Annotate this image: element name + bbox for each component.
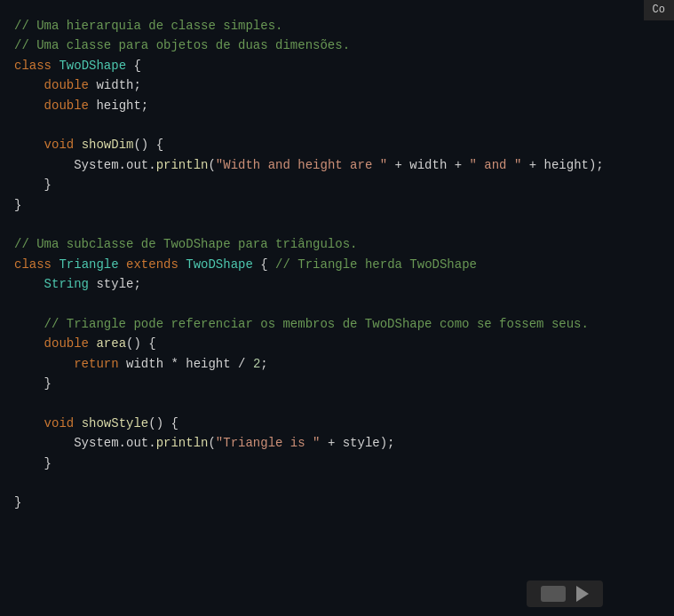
code-line <box>14 393 660 413</box>
bottom-toolbar[interactable] <box>527 580 603 607</box>
toolbar-icon-play[interactable] <box>576 586 589 602</box>
code-block: // Uma hierarquia de classe simples.// U… <box>14 9 660 513</box>
code-line <box>14 294 660 313</box>
code-line: System.out.println("Triangle is " + styl… <box>14 433 660 453</box>
code-line: void showDim() { <box>14 135 660 154</box>
code-line: } <box>14 454 660 473</box>
code-line: } <box>14 493 660 512</box>
code-line: } <box>14 175 660 194</box>
code-line: double area() { <box>14 334 660 353</box>
code-line: class TwoDShape { <box>14 56 660 75</box>
code-line <box>14 473 660 493</box>
code-line: double width; <box>14 75 660 95</box>
code-line: double height; <box>14 96 660 115</box>
code-line: String style; <box>14 274 660 294</box>
code-line: // Uma subclasse de TwoDShape para triân… <box>14 234 660 254</box>
window-controls: Co <box>644 0 674 20</box>
code-line: // Uma classe para objetos de duas dimen… <box>14 36 660 55</box>
code-line: void showStyle() { <box>14 414 660 433</box>
code-line: System.out.println("Width and height are… <box>14 155 660 175</box>
code-line: } <box>14 374 660 393</box>
code-line: // Uma hierarquia de classe simples. <box>14 16 660 36</box>
code-editor: Co // Uma hierarquia de classe simples./… <box>0 0 674 616</box>
toolbar-icon-left[interactable] <box>541 586 566 602</box>
code-line <box>14 215 660 234</box>
code-line: return width * height / 2; <box>14 354 660 374</box>
code-line: class Triangle extends TwoDShape { // Tr… <box>14 255 660 274</box>
code-line <box>14 115 660 135</box>
code-line: // Triangle pode referenciar os membros … <box>14 314 660 334</box>
window-label: Co <box>653 2 665 19</box>
code-line: } <box>14 195 660 215</box>
